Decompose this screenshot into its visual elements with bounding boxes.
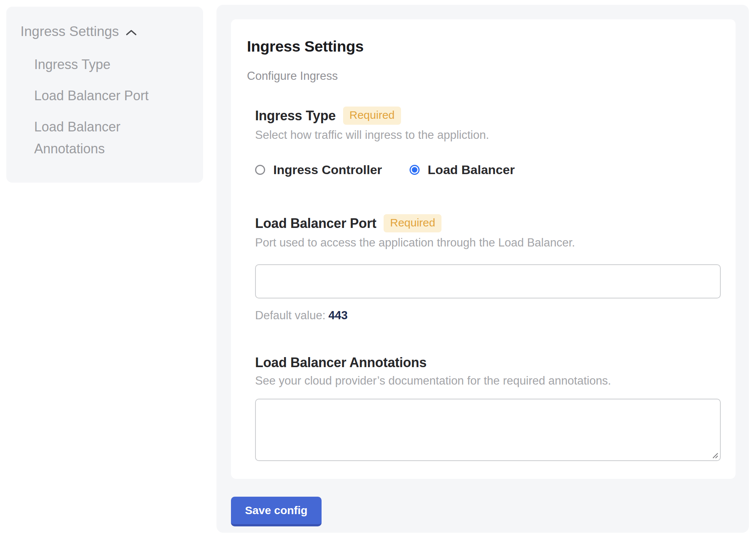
radio-button-icon[interactable]: [410, 165, 420, 175]
chevron-up-icon: [126, 24, 137, 39]
page-title: Ingress Settings: [247, 38, 721, 55]
radio-option-load-balancer[interactable]: Load Balancer: [410, 163, 515, 177]
radio-label: Ingress Controller: [273, 163, 382, 177]
section-heading: Load Balancer Port Required: [255, 214, 721, 232]
sidebar-item-load-balancer-annotations[interactable]: Load Balancer Annotations: [34, 116, 166, 160]
radio-option-ingress-controller[interactable]: Ingress Controller: [255, 163, 382, 177]
required-badge: Required: [343, 107, 401, 125]
form-sections: Ingress Type Required Select how traffic…: [255, 107, 721, 461]
required-badge: Required: [384, 214, 441, 232]
field-label-load-balancer-annotations: Load Balancer Annotations: [255, 355, 427, 370]
save-config-button[interactable]: Save config: [231, 497, 322, 526]
section-ingress-type: Ingress Type Required Select how traffic…: [255, 107, 721, 177]
resize-handle-icon[interactable]: [711, 452, 719, 459]
default-value-label: Default value:: [255, 309, 326, 322]
sidebar-section-ingress-settings[interactable]: Ingress Settings: [20, 24, 193, 39]
radio-label: Load Balancer: [428, 163, 515, 177]
default-value-line: Default value:443: [255, 309, 721, 322]
annotations-textarea-wrap: [255, 399, 721, 461]
settings-nav-sidebar: Ingress Settings Ingress Type Load Balan…: [6, 7, 203, 183]
ingress-type-radio-group: Ingress Controller Load Balancer: [255, 163, 721, 177]
field-label-ingress-type: Ingress Type: [255, 108, 336, 124]
page-subtitle: Configure Ingress: [247, 69, 721, 83]
section-load-balancer-port: Load Balancer Port Required Port used to…: [255, 214, 721, 322]
load-balancer-port-input[interactable]: [255, 264, 721, 298]
field-description: Port used to access the application thro…: [255, 236, 721, 249]
section-load-balancer-annotations: Load Balancer Annotations See your cloud…: [255, 355, 721, 461]
section-heading: Load Balancer Annotations: [255, 355, 721, 370]
field-description: See your cloud provider’s documentation …: [255, 374, 721, 388]
default-value: 443: [329, 309, 348, 322]
sidebar-item-ingress-type[interactable]: Ingress Type: [34, 53, 166, 75]
section-heading: Ingress Type Required: [255, 107, 721, 125]
load-balancer-annotations-textarea[interactable]: [255, 399, 721, 461]
field-label-load-balancer-port: Load Balancer Port: [255, 216, 376, 231]
radio-button-icon[interactable]: [255, 165, 265, 175]
ingress-settings-card: Ingress Settings Configure Ingress Ingre…: [231, 19, 736, 479]
sidebar-section-label: Ingress Settings: [20, 24, 119, 39]
sidebar-item-load-balancer-port[interactable]: Load Balancer Port: [34, 85, 166, 107]
field-description: Select how traffic will ingress to the a…: [255, 128, 721, 142]
sidebar-item-list: Ingress Type Load Balancer Port Load Bal…: [34, 53, 166, 160]
settings-panel: Ingress Settings Configure Ingress Ingre…: [216, 5, 749, 533]
